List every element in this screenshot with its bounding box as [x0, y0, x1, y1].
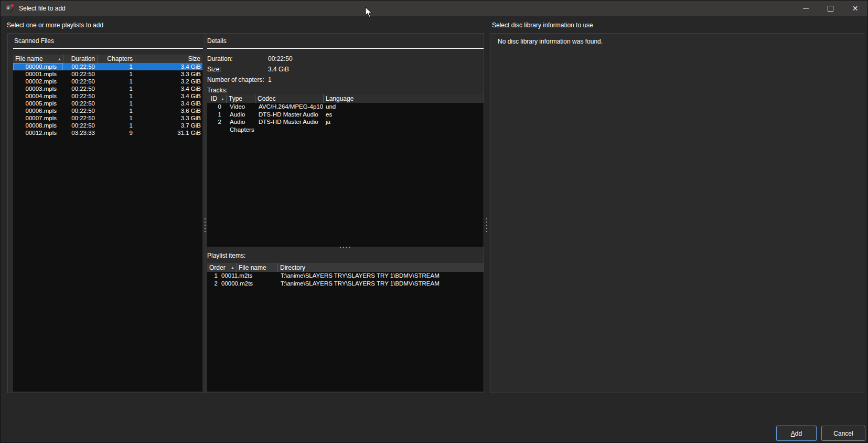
table-row[interactable]: 00004.mpls00:22:5013.4 GiB: [13, 92, 202, 100]
horizontal-splitter[interactable]: [340, 247, 352, 248]
table-cell: 3.3 GiB: [135, 70, 202, 78]
scanned-files-rule: [13, 48, 203, 49]
table-row[interactable]: 00007.mpls00:22:5013.3 GiB: [13, 114, 202, 122]
column-header-directory[interactable]: Directory: [277, 263, 484, 272]
vertical-splitter[interactable]: [203, 34, 207, 393]
table-row[interactable]: 1AudioDTS-HD Master Audioes: [207, 111, 484, 119]
table-row[interactable]: 00000.mpls00:22:5013.4 GiB: [13, 63, 202, 70]
table-cell: 00:22:50: [63, 63, 97, 70]
table-cell: 00011.m2ts: [218, 272, 277, 280]
column-header-file-name[interactable]: File name▲: [13, 55, 63, 63]
column-header-chapters[interactable]: Chapters: [97, 55, 135, 63]
minimize-icon: [803, 8, 809, 9]
column-header-id[interactable]: ID▲: [207, 94, 226, 103]
table-header: Order▲File nameDirectory: [207, 263, 484, 272]
duration-value: 00:22:50: [268, 55, 293, 62]
column-header-label: Duration: [69, 55, 97, 62]
add-button[interactable]: Add: [776, 426, 817, 441]
splitter-grip-icon: [205, 218, 206, 233]
tracks-table[interactable]: ID▲TypeCodecLanguage0VideoAVC/H.264/MPEG…: [207, 94, 484, 247]
details-heading: Details: [207, 37, 227, 45]
table-row[interactable]: 2AudioDTS-HD Master Audioja: [207, 118, 484, 126]
column-header-label: Order: [207, 264, 228, 271]
table-cell: 00004.mpls: [13, 92, 63, 100]
details-fields: Duration: 00:22:50 Size: 3.4 GiB Number …: [207, 54, 293, 96]
tracks-field: Tracks:: [207, 85, 293, 96]
titlebar[interactable]: Select file to add ✕: [1, 1, 867, 16]
table-cell: 9: [97, 129, 135, 136]
table-row[interactable]: 00012.mpls03:23:33931.1 GiB: [13, 129, 202, 136]
table-cell: 00000.mpls: [13, 63, 63, 70]
close-button[interactable]: ✕: [843, 1, 867, 16]
dialog-window: Select file to add ✕ Select one or more …: [0, 0, 868, 443]
window-title: Select file to add: [19, 5, 66, 12]
column-header-file-name[interactable]: File name: [236, 263, 277, 272]
table-row[interactable]: 00002.mpls00:22:5013.2 GiB: [13, 78, 202, 85]
app-icon: [6, 4, 14, 13]
table-row[interactable]: 00001.mpls00:22:5013.3 GiB: [13, 70, 202, 78]
table-cell: 00001.mpls: [13, 70, 63, 78]
table-cell: 00:22:50: [63, 122, 97, 129]
chapters-label: Number of chapters:: [207, 76, 268, 83]
table-row[interactable]: 00003.mpls00:22:5013.4 GiB: [13, 85, 202, 92]
table-body: 00000.mpls00:22:5013.4 GiB00001.mpls00:2…: [13, 63, 202, 392]
add-rest: dd: [795, 430, 802, 437]
table-cell: 31.1 GiB: [135, 129, 202, 136]
table-cell: Video: [226, 103, 255, 111]
table-cell: T:\anime\SLAYERS TRY\SLAYERS TRY 1\BDMV\…: [277, 280, 484, 288]
size-field: Size: 3.4 GiB: [207, 64, 293, 75]
panel-splitter-grip-icon[interactable]: [486, 218, 487, 233]
window-controls: ✕: [794, 1, 867, 16]
scanned-files-table[interactable]: File name▲DurationChaptersSize00000.mpls…: [13, 55, 202, 392]
add-mnemonic: A: [791, 430, 795, 437]
chapters-field: Number of chapters: 1: [207, 75, 293, 85]
minimize-button[interactable]: [794, 1, 818, 16]
sort-ascending-icon: ▲: [229, 266, 236, 269]
table-cell: 03:23:33: [63, 129, 97, 136]
tracks-label: Tracks:: [207, 87, 268, 94]
maximize-button[interactable]: [818, 1, 843, 16]
table-cell: 3.4 GiB: [135, 85, 202, 92]
playlist-items-table[interactable]: Order▲File nameDirectory100011.m2tsT:\an…: [207, 263, 484, 392]
table-row[interactable]: 00006.mpls00:22:5013.6 GiB: [13, 107, 202, 114]
table-row[interactable]: 00008.mpls00:22:5013.7 GiB: [13, 122, 202, 129]
column-header-type[interactable]: Type: [226, 94, 255, 103]
column-header-label: File name: [13, 55, 45, 62]
playlist-items-label: Playlist items:: [207, 252, 245, 259]
column-header-label: Size: [186, 55, 202, 62]
table-cell: 00000.m2ts: [218, 280, 277, 288]
table-row[interactable]: Chapters: [207, 126, 484, 134]
table-cell: 00:22:50: [63, 85, 97, 92]
table-cell: 2: [207, 280, 218, 288]
table-cell: 1: [97, 100, 135, 107]
column-header-size[interactable]: Size: [135, 55, 202, 63]
table-row[interactable]: 0VideoAVC/H.264/MPEG-4p10und: [207, 103, 484, 111]
column-header-duration[interactable]: Duration: [63, 55, 97, 63]
table-row[interactable]: 00005.mpls00:22:5013.4 GiB: [13, 100, 202, 107]
table-cell: 00008.mpls: [13, 122, 63, 129]
table-cell: 00:22:50: [63, 92, 97, 100]
chapters-value: 1: [268, 76, 272, 83]
details-rule: [207, 48, 484, 49]
duration-label: Duration:: [207, 55, 268, 62]
column-header-codec[interactable]: Codec: [255, 94, 323, 103]
table-cell: 00007.mpls: [13, 114, 63, 122]
table-cell: 1: [97, 70, 135, 78]
table-cell: 1: [207, 111, 226, 119]
column-header-order[interactable]: Order▲: [207, 263, 236, 272]
cancel-button[interactable]: Cancel: [821, 426, 865, 441]
playlists-groupbox: Scanned Files File name▲DurationChapters…: [7, 33, 484, 393]
table-cell: 1: [97, 122, 135, 129]
table-cell: T:\anime\SLAYERS TRY\SLAYERS TRY 1\BDMV\…: [277, 272, 484, 280]
table-cell: [323, 126, 484, 134]
table-cell: Chapters: [226, 126, 255, 134]
table-cell: 1: [207, 272, 218, 280]
table-cell: 3.6 GiB: [135, 107, 202, 114]
table-row[interactable]: 100011.m2tsT:\anime\SLAYERS TRY\SLAYERS …: [207, 272, 484, 280]
maximize-icon: [828, 6, 833, 12]
column-header-language[interactable]: Language: [323, 94, 484, 103]
table-cell: 00012.mpls: [13, 129, 63, 136]
table-cell: 1: [97, 92, 135, 100]
table-row[interactable]: 200000.m2tsT:\anime\SLAYERS TRY\SLAYERS …: [207, 280, 484, 288]
column-header-label: Codec: [255, 95, 278, 102]
